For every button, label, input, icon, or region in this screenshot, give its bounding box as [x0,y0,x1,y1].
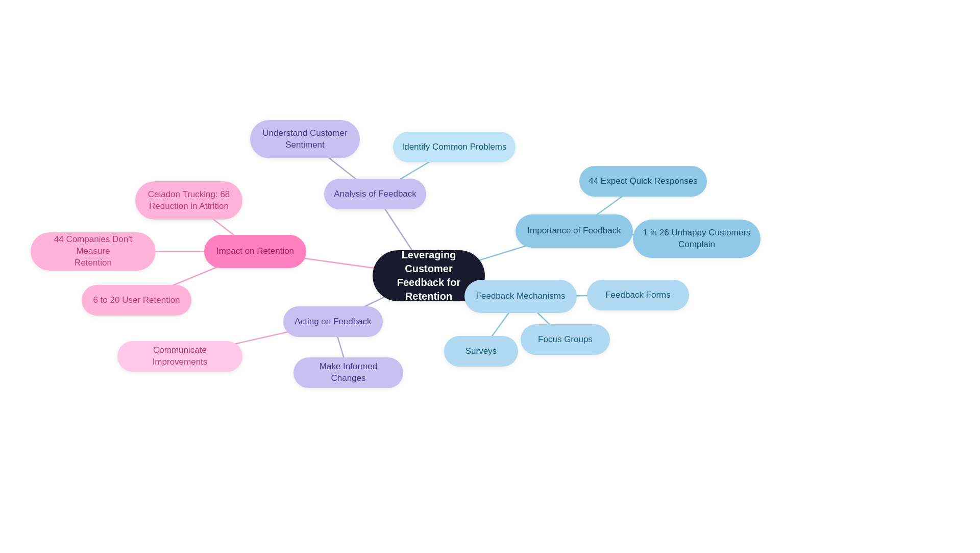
node-make_informed_changes: Make Informed Changes [293,357,403,388]
node-understand_sentiment: Understand Customer Sentiment [250,120,360,158]
node-identify_problems: Identify Common Problems [393,132,516,162]
connections-svg [0,0,980,553]
node-celadon_trucking: Celadon Trucking: 68 Reduction in Attrit… [135,181,242,220]
mind-map-container: Leveraging Customer Feedback for Retenti… [0,0,980,553]
node-importance_of_feedback: Importance of Feedback [516,214,633,248]
node-44_expect_quick: 44 Expect Quick Responses [579,166,707,197]
node-surveys: Surveys [444,336,518,367]
node-focus_groups: Focus Groups [521,324,610,355]
node-feedback_forms: Feedback Forms [587,280,689,310]
node-analysis_of_feedback: Analysis of Feedback [324,179,426,209]
node-communicate_improvements: Communicate Improvements [117,341,242,372]
node-6_to_20: 6 to 20 User Retention [82,285,191,316]
node-impact_on_retention: Impact on Retention [204,235,306,268]
node-companies_dont_measure: 44 Companies Don't Measure Retention [31,232,156,271]
node-acting_on_feedback: Acting on Feedback [283,306,383,337]
node-1_in_26: 1 in 26 Unhappy Customers Complain [633,220,761,258]
node-feedback_mechanisms: Feedback Mechanisms [464,280,577,313]
